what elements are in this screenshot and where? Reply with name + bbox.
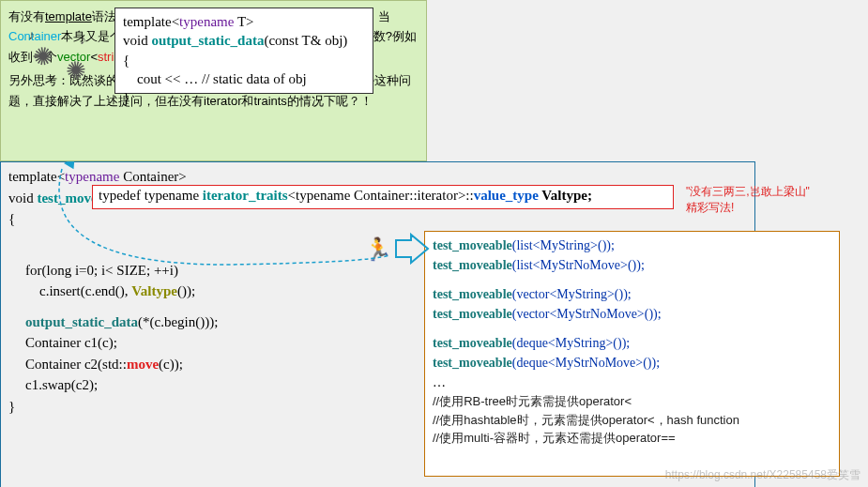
svg-marker-0	[396, 235, 428, 263]
comment-line: //使用multi-容器时，元素还需提供operator==	[433, 429, 831, 448]
code-line: test_moveable(list<MyString>());	[433, 236, 831, 255]
code-line: test_moveable(deque<MyStrNoMove>());	[433, 353, 831, 373]
code-line: template<typename T>	[123, 12, 365, 31]
curve-arrow-icon	[56, 161, 432, 293]
arrow-icon	[394, 233, 432, 265]
code-line: test_moveable(vector<MyStrNoMove>());	[433, 304, 831, 324]
red-annotation: "没有三两三,岂敢上梁山" 精彩写法!	[686, 184, 836, 216]
code-line: }	[123, 88, 365, 107]
music-note-icon: ♪	[28, 28, 35, 43]
code-line: …	[433, 373, 831, 392]
comment-line: //使用hashtable时，元素需提供operator<，hash funct…	[433, 411, 831, 430]
code-line: test_moveable(deque<MyString>());	[433, 333, 831, 353]
top-code-box: template<typename T> void output_static_…	[114, 8, 373, 94]
code-line: cout << … // static data of obj	[123, 69, 365, 88]
calls-box: test_moveable(list<MyString>()); test_mo…	[424, 231, 840, 477]
comment-line: //使用RB-tree时元素需提供operator<	[433, 392, 831, 411]
typedef-highlight: typedef typename iterator_traits<typenam…	[92, 185, 674, 209]
music-note-icon: ♪	[80, 33, 86, 48]
code-line: test_moveable(list<MyStrNoMove>());	[433, 255, 831, 275]
code-line: test_moveable(vector<MyString>());	[433, 284, 831, 304]
svg-marker-1	[64, 161, 80, 171]
watermark: https://blog.csdn.net/X22585458爱笑雪	[665, 467, 860, 483]
code-line: {	[123, 51, 365, 69]
code-line: void output_static_data(const T& obj)	[123, 31, 365, 50]
